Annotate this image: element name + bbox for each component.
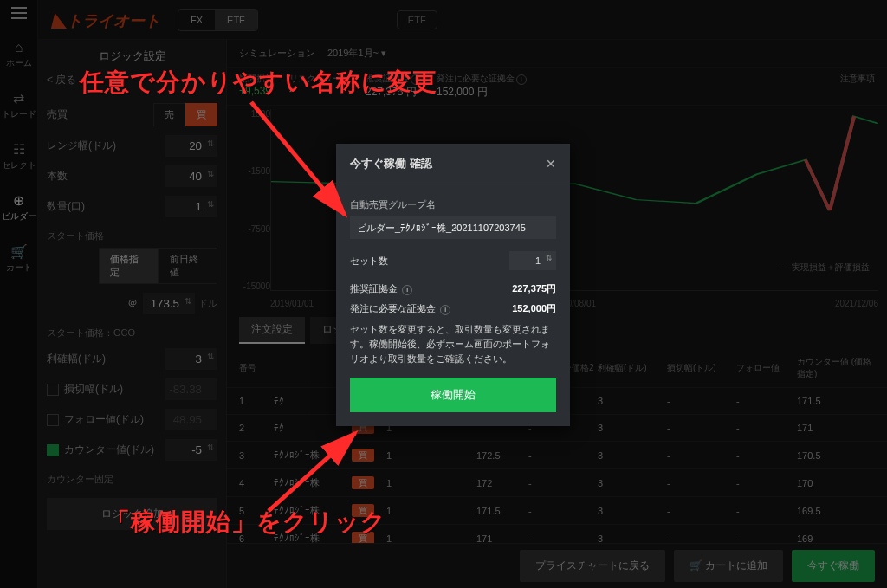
trade-icon: ⇄ bbox=[0, 90, 38, 107]
follow-input[interactable] bbox=[165, 409, 217, 430]
buy-button[interactable]: 買 bbox=[185, 103, 217, 126]
tp-input[interactable] bbox=[165, 348, 217, 370]
add-logic-button[interactable]: ロジック追加 bbox=[47, 498, 217, 530]
panel-title: ロジック設定 bbox=[47, 48, 217, 64]
back-to-chart-button[interactable]: プライスチャートに戻る bbox=[520, 550, 665, 582]
nav-home[interactable]: ⌂ホーム bbox=[0, 31, 38, 78]
count-label: 本数 bbox=[47, 169, 68, 184]
sim-tab[interactable]: シミュレーション bbox=[239, 47, 315, 60]
start-price-label: スタート価格 bbox=[47, 229, 217, 242]
sell-buy-label: 売買 bbox=[47, 107, 68, 122]
follow-check-label: フォロー値(ドル) bbox=[47, 412, 144, 427]
top-bar: ◣トライオート FX ETF ETF bbox=[38, 0, 887, 40]
counter-check-label: カウンター値(ドル) bbox=[47, 443, 154, 457]
modal-title: 今すぐ稼働 確認 bbox=[350, 156, 432, 171]
price-mode-set[interactable]: 価格指定 bbox=[99, 248, 159, 284]
chart-legend: — 実現損益＋評価損益 bbox=[780, 262, 870, 274]
info-icon[interactable]: i bbox=[516, 74, 527, 85]
at-symbol: ＠ bbox=[127, 296, 138, 311]
sell-button[interactable]: 売 bbox=[153, 103, 185, 126]
unit-label: ドル bbox=[198, 297, 217, 310]
range-label: レンジ幅(ドル) bbox=[47, 139, 116, 153]
modal-note: セット数を変更すると、取引数量も変更されます。稼働開始後、必ずホーム画面のポート… bbox=[350, 322, 556, 365]
tp-label: 利確幅(ドル) bbox=[47, 352, 106, 366]
reco-margin-value: 227,375円 bbox=[512, 282, 556, 295]
counter-checkbox[interactable] bbox=[47, 444, 59, 456]
group-name-input[interactable] bbox=[350, 216, 556, 239]
caution-link[interactable]: 注意事項 bbox=[840, 73, 875, 85]
info-icon[interactable]: i bbox=[440, 305, 450, 315]
home-icon: ⌂ bbox=[0, 40, 38, 55]
req-margin-value: 152,000円 bbox=[512, 302, 556, 315]
set-count-label: セット数 bbox=[350, 255, 388, 268]
qty-label: 数量(口) bbox=[47, 199, 85, 214]
brand-logo: ◣トライオート bbox=[52, 9, 160, 31]
tab-fx[interactable]: FX bbox=[178, 10, 215, 30]
table-row[interactable]: 5ﾃｸﾉﾛｼﾞｰ株買1171.5-3--169.5 bbox=[227, 497, 887, 525]
builder-icon: ⊕ bbox=[0, 192, 38, 209]
set-count-input[interactable]: 1⇅ bbox=[509, 251, 556, 270]
close-icon[interactable]: ✕ bbox=[546, 157, 556, 171]
group-name-label: 自動売買グループ名 bbox=[350, 198, 556, 211]
nav-builder[interactable]: ⊕ビルダー bbox=[0, 184, 38, 231]
info-icon[interactable]: i bbox=[402, 285, 412, 295]
add-to-cart-button[interactable]: カートに追加 bbox=[674, 550, 783, 582]
menu-icon[interactable] bbox=[11, 7, 27, 19]
back-link[interactable]: < 戻る bbox=[47, 73, 76, 87]
cart-icon: 🛒 bbox=[0, 243, 38, 260]
nav-trade[interactable]: ⇄トレード bbox=[0, 81, 38, 129]
sl-input[interactable] bbox=[165, 378, 217, 400]
count-input[interactable] bbox=[165, 165, 217, 187]
select-icon: ☷ bbox=[0, 141, 38, 158]
qty-input[interactable] bbox=[165, 196, 217, 217]
y-axis: 1500 -1500 -7500 -15000 bbox=[236, 109, 270, 291]
info-icon[interactable]: i bbox=[411, 74, 421, 85]
nav-select[interactable]: ☷セレクト bbox=[0, 132, 38, 180]
run-now-button[interactable]: 今すぐ稼働 bbox=[792, 550, 875, 582]
table-row[interactable]: 4ﾃｸﾉﾛｼﾞｰ株買1172-3--170 bbox=[227, 469, 887, 497]
etf-pill[interactable]: ETF bbox=[397, 10, 437, 29]
tab-order-settings[interactable]: 注文設定 bbox=[239, 317, 305, 344]
logic-settings-panel: ロジック設定 < 戻る 売買 売 買 レンジ幅(ドル) 本数 数量(口) スター… bbox=[38, 40, 227, 588]
nav-cart[interactable]: 🛒カート bbox=[0, 235, 38, 282]
period-select[interactable]: 2019年1月~ ▾ bbox=[327, 47, 386, 60]
run-now-confirm-modal: 今すぐ稼働 確認 ✕ 自動売買グループ名 セット数 1⇅ 推奨証拠金 i 227… bbox=[336, 144, 570, 426]
start-price-oco-label: スタート価格：OCO bbox=[47, 326, 217, 339]
sl-check-label: 損切幅(ドル) bbox=[47, 382, 123, 397]
counter-input[interactable] bbox=[165, 439, 217, 461]
counter-fix-label: カウンター固定 bbox=[47, 473, 217, 486]
left-icon-bar: ⌂ホーム ⇄トレード ☷セレクト ⊕ビルダー 🛒カート bbox=[0, 0, 38, 588]
product-tabs: FX ETF bbox=[178, 9, 258, 31]
table-row[interactable]: 3ﾃｸﾉﾛｼﾞｰ株買1172.5-3--170.5 bbox=[227, 442, 887, 469]
stats-row: 期間損益+9,539 リスクリターン- 推奨証拠金i227,375 円 発注に必… bbox=[227, 68, 887, 106]
range-input[interactable] bbox=[165, 135, 217, 157]
price-input[interactable] bbox=[143, 293, 195, 314]
tab-etf[interactable]: ETF bbox=[215, 10, 257, 30]
start-operation-button[interactable]: 稼働開始 bbox=[350, 378, 556, 412]
sl-checkbox[interactable] bbox=[47, 384, 59, 396]
price-mode-prev[interactable]: 前日終値 bbox=[159, 248, 218, 284]
bottom-bar: プライスチャートに戻る カートに追加 今すぐ稼働 bbox=[227, 543, 887, 588]
follow-checkbox[interactable] bbox=[47, 414, 59, 426]
